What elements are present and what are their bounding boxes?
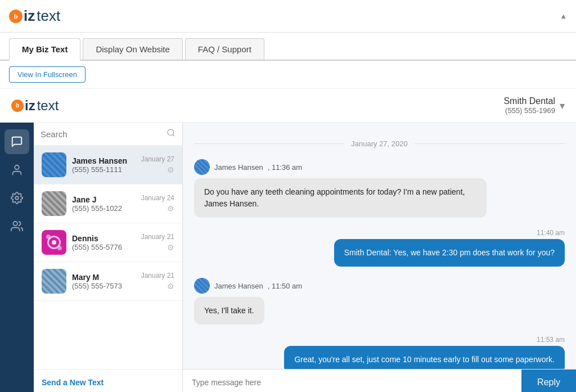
contact-name-jane: Jane J — [72, 195, 136, 204]
sent-time-2: 11:40 am — [537, 229, 565, 237]
date-divider: January 27, 2020 — [194, 139, 565, 148]
reply-button[interactable]: Reply — [521, 370, 576, 392]
sender-name-1: James Hansen — [214, 163, 263, 172]
contact-meta-james: January 27 ⚙ — [141, 155, 174, 174]
nav-item-settings[interactable] — [4, 186, 29, 210]
contact-name-dennis: Dennis — [72, 234, 136, 243]
tab-faq-support[interactable]: FAQ / Support — [185, 38, 264, 60]
sender-time-3: , 11:50 am — [268, 282, 302, 290]
chat-area: January 27, 2020 James Hansen, 11:36 am … — [183, 123, 576, 392]
contact-phone-james: (555) 555-1111 — [72, 165, 136, 174]
practice-details: Smith Dental (555) 555-1969 — [503, 96, 555, 115]
logo-biz: iz — [24, 7, 35, 25]
svg-point-3 — [168, 129, 174, 136]
sender-name-3: James Hansen — [214, 282, 263, 290]
fullscreen-button[interactable]: View In Fullscreen — [9, 66, 86, 83]
bubble-4: Great, you're all set, just come 10 minu… — [284, 346, 565, 369]
send-new-bar: Send a New Text — [34, 369, 182, 392]
contact-meta-dennis: January 21 ⚙ — [141, 233, 174, 252]
sender-avatar-3 — [194, 278, 210, 294]
svg-point-1 — [15, 196, 19, 200]
svg-point-2 — [14, 222, 17, 226]
contact-info-james: James Hansen (555) 555-1111 — [72, 156, 136, 174]
avatar-dennis — [42, 230, 66, 255]
message-sender-3: James Hansen, 11:50 am — [194, 278, 565, 294]
app-logo-icon: b — [11, 100, 24, 112]
practice-dropdown-icon[interactable]: ▾ — [560, 100, 565, 112]
app-window: b iz text Smith Dental (555) 555-1969 ▾ — [0, 89, 576, 392]
contact-settings-jane[interactable]: ⚙ — [167, 204, 174, 213]
message-row-4: 11:53 am Great, you're all set, just com… — [194, 336, 565, 369]
contact-date-james: January 27 — [141, 155, 174, 163]
nav-item-contacts[interactable] — [4, 157, 29, 182]
contact-item-jane[interactable]: Jane J (555) 555-1022 January 24 ⚙ — [34, 184, 182, 223]
contact-name-mary: Mary M — [72, 273, 136, 282]
sidebar-nav — [0, 123, 34, 392]
contact-info-mary: Mary M (555) 555-7573 — [72, 273, 136, 290]
contact-item-dennis[interactable]: Dennis (555) 555-5776 January 21 ⚙ — [34, 223, 182, 262]
message-sender-1: James Hansen, 11:36 am — [194, 159, 565, 175]
app-logo-text: text — [37, 98, 59, 114]
contact-list: James Hansen (555) 555-1111 January 27 ⚙… — [34, 123, 183, 392]
bubble-3: Yes, I'll take it. — [194, 297, 264, 325]
message-row-3: James Hansen, 11:50 am Yes, I'll take it… — [194, 278, 565, 325]
message-row-2: 11:40 am Smith Dental: Yes, we have 2:30… — [194, 229, 565, 267]
contact-settings-mary[interactable]: ⚙ — [167, 282, 174, 291]
contact-info-dennis: Dennis (555) 555-5776 — [72, 234, 136, 251]
logo: b iz text — [9, 7, 60, 25]
contact-date-mary: January 21 — [141, 272, 174, 280]
chat-input-area: Reply — [183, 369, 576, 392]
app-logo: b iz text — [11, 98, 58, 114]
contact-meta-mary: January 21 ⚙ — [141, 272, 174, 291]
main-content: James Hansen (555) 555-1111 January 27 ⚙… — [0, 123, 576, 392]
search-input[interactable] — [40, 129, 162, 139]
tab-display-on-website[interactable]: Display On Website — [83, 38, 182, 60]
avatar-mary — [42, 269, 66, 294]
search-icon — [166, 128, 176, 139]
contact-settings-dennis[interactable]: ⚙ — [167, 243, 174, 252]
practice-phone: (555) 555-1969 — [503, 106, 555, 115]
contact-phone-dennis: (555) 555-5776 — [72, 243, 136, 251]
bubble-2: Smith Dental: Yes, we have 2:30 pm does … — [334, 239, 565, 267]
contact-phone-jane: (555) 555-1022 — [72, 204, 136, 213]
message-row-1: James Hansen, 11:36 am Do you have any t… — [194, 159, 565, 218]
nav-item-groups[interactable] — [4, 214, 29, 238]
bubble-1: Do you have any teeth cleaning appointme… — [194, 178, 487, 218]
scroll-up-icon[interactable]: ▲ — [560, 12, 567, 20]
avatar-jane — [42, 191, 66, 216]
app-logo-biz: iz — [25, 98, 35, 114]
tabs-bar: My Biz Text Display On Website FAQ / Sup… — [0, 33, 576, 61]
contact-info-jane: Jane J (555) 555-1022 — [72, 195, 136, 213]
contact-phone-mary: (555) 555-7573 — [72, 282, 136, 290]
contact-settings-james[interactable]: ⚙ — [167, 165, 174, 174]
nav-item-chat[interactable] — [4, 129, 29, 154]
logo-icon: b — [9, 10, 22, 23]
fullscreen-bar: View In Fullscreen — [0, 61, 576, 89]
contact-date-jane: January 24 — [141, 194, 174, 202]
avatar-james — [42, 152, 66, 177]
send-new-text-button[interactable]: Send a New Text — [42, 378, 104, 387]
sent-time-4: 11:53 am — [537, 336, 565, 344]
contacts-scroll: James Hansen (555) 555-1111 January 27 ⚙… — [34, 146, 182, 369]
contact-meta-jane: January 24 ⚙ — [141, 194, 174, 213]
search-bar — [34, 123, 182, 146]
top-bar: b iz text ▲ — [0, 0, 576, 33]
contact-name-james: James Hansen — [72, 156, 136, 165]
contact-date-dennis: January 21 — [141, 233, 174, 241]
practice-info: Smith Dental (555) 555-1969 ▾ — [503, 96, 565, 115]
chat-input[interactable] — [183, 370, 521, 392]
contact-item-james[interactable]: James Hansen (555) 555-1111 January 27 ⚙ — [34, 146, 182, 184]
tab-my-biz-text[interactable]: My Biz Text — [9, 38, 80, 61]
svg-line-4 — [173, 134, 174, 136]
sender-avatar-1 — [194, 159, 210, 175]
contact-item-mary[interactable]: Mary M (555) 555-7573 January 21 ⚙ — [34, 262, 182, 301]
svg-point-0 — [15, 165, 19, 169]
logo-text: text — [37, 7, 60, 25]
app-header: b iz text Smith Dental (555) 555-1969 ▾ — [0, 89, 576, 123]
practice-name: Smith Dental — [503, 96, 555, 106]
chat-messages: January 27, 2020 James Hansen, 11:36 am … — [183, 123, 576, 369]
sender-time-1: , 11:36 am — [268, 163, 302, 172]
